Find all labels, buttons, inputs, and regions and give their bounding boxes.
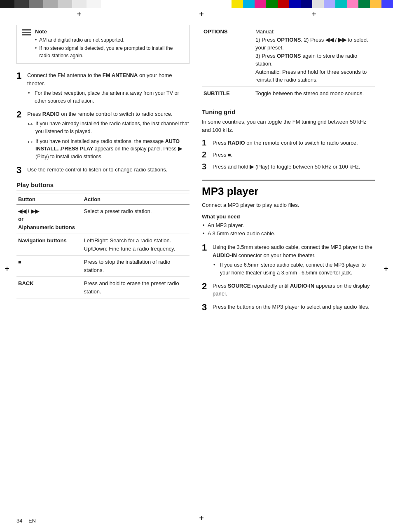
note-item: •AM and digital radio are not supported. xyxy=(35,36,184,44)
mp3-step-number: 1 xyxy=(202,243,209,252)
note-icon xyxy=(22,29,31,35)
page-footer: 34 EN xyxy=(16,518,36,524)
mp3-sub-bullet: •If you use 6.5mm stereo audio cable, co… xyxy=(213,261,375,277)
tuning-grid-title: Tuning grid xyxy=(202,108,375,115)
mp3-step: 3Press the buttons on the MP3 player to … xyxy=(202,303,375,312)
mp3-step-content: Press the buttons on the MP3 player to s… xyxy=(213,303,370,311)
bullet-dot: • xyxy=(28,89,32,105)
right-column: OPTIONSManual:1) Press OPTIONS. 2) Press… xyxy=(202,25,375,317)
step-content: Use the remote control to listen or to c… xyxy=(27,166,167,174)
step-number: 1 xyxy=(16,71,24,80)
play-buttons-title: Play buttons xyxy=(16,181,189,188)
action-cell: Select a preset radio station. xyxy=(82,204,189,234)
note-item-text: AM and digital radio are not supported. xyxy=(39,36,124,44)
mp3-step-number: 3 xyxy=(202,303,209,312)
options-row: SUBTITLEToggle between the stereo and mo… xyxy=(202,87,375,100)
play-buttons-divider xyxy=(16,190,189,190)
step: 3Use the remote control to listen or to … xyxy=(16,166,189,175)
options-table-body: OPTIONSManual:1) Press OPTIONS. 2) Press… xyxy=(202,25,375,100)
right-color-bars xyxy=(232,0,393,8)
arrow-text: If you have already installed the radio … xyxy=(35,120,189,136)
mp3-step-number: 2 xyxy=(202,282,209,291)
buttons-table: Button Action ◀◀ / ▶▶orAlphanumeric butt… xyxy=(16,194,189,299)
bullet-dot: • xyxy=(213,261,218,277)
reg-mark-left xyxy=(2,264,12,274)
mp3-step-content: Press SOURCE repeatedly until AUDIO-IN a… xyxy=(213,282,375,298)
mp3-step: 2Press SOURCE repeatedly until AUDIO-IN … xyxy=(202,282,375,298)
mp3-step: 1Using the 3.5mm stereo audio cable, con… xyxy=(202,243,375,277)
option-value: Toggle between the stereo and mono sound… xyxy=(254,87,375,100)
tuning-step: 3Press and hold ▶ (Play) to toggle betwe… xyxy=(202,162,375,171)
arrow-text: If you have not installed any radio stat… xyxy=(35,138,189,161)
step-content: Press RADIO on the remote control to swi… xyxy=(27,110,189,161)
page-number: 34 xyxy=(16,518,22,524)
left-steps: 1Connect the FM antenna to the FM ANTENN… xyxy=(16,71,189,175)
tuning-step-content: Press and hold ▶ (Play) to toggle betwee… xyxy=(213,162,360,171)
tuning-step-content: Press ■. xyxy=(213,150,232,159)
table-row: BACKPress and hold to erase the preset r… xyxy=(16,277,189,298)
option-key: OPTIONS xyxy=(202,25,254,87)
left-color-bars xyxy=(0,0,115,8)
arrow-icon: ↦ xyxy=(28,120,33,136)
tuning-step: 1Press RADIO on the remote control to sw… xyxy=(202,138,375,148)
col-btn-header: Button xyxy=(16,194,82,204)
option-key: SUBTITLE xyxy=(202,87,254,100)
note-text: •AM and digital radio are not supported.… xyxy=(35,36,184,59)
note-item-text: If no stereo signal is detected, you are… xyxy=(39,45,184,59)
option-value: Manual:1) Press OPTIONS. 2) Press ◀◀ / ▶… xyxy=(254,25,375,87)
button-cell: ■ xyxy=(16,255,82,277)
tuning-steps: 1Press RADIO on the remote control to sw… xyxy=(202,138,375,171)
buttons-table-header: Button Action xyxy=(16,194,189,204)
bullet: • xyxy=(35,36,37,44)
button-cell: Navigation buttons xyxy=(16,234,82,255)
need-list: An MP3 player.A 3.5mm stereo audio cable… xyxy=(202,221,375,239)
tuning-step-number: 1 xyxy=(202,138,208,148)
step-content: Connect the FM antenna to the FM ANTENNA… xyxy=(27,71,189,105)
action-cell: Left/Right: Search for a radio station.U… xyxy=(82,234,189,255)
sub-bullet: •For the best reception, place the anten… xyxy=(28,89,189,105)
table-row: ■Press to stop the installation of radio… xyxy=(16,255,189,277)
tuning-grid-desc: In some countries, you can toggle the FM… xyxy=(202,118,375,134)
step-number: 3 xyxy=(16,166,24,175)
tuning-step: 2Press ■. xyxy=(202,150,375,159)
left-column: Note •AM and digital radio are not suppo… xyxy=(16,25,189,317)
reg-mark-top-left xyxy=(74,9,84,19)
what-you-need-label: What you need xyxy=(202,213,375,220)
step: 2Press RADIO on the remote control to sw… xyxy=(16,110,189,161)
mp3-player-desc: Connect a MP3 player to play audio files… xyxy=(202,201,375,209)
buttons-table-body: ◀◀ / ▶▶orAlphanumeric buttonsSelect a pr… xyxy=(16,204,189,298)
note-item: •If no stereo signal is detected, you ar… xyxy=(35,45,184,59)
color-bars-container xyxy=(0,0,393,8)
bullet-text: For the best reception, place the antenn… xyxy=(35,89,189,105)
tuning-step-number: 2 xyxy=(202,150,208,159)
step: 1Connect the FM antenna to the FM ANTENN… xyxy=(16,71,189,105)
col-action-header: Action xyxy=(82,194,189,204)
mp3-steps: 1Using the 3.5mm stereo audio cable, con… xyxy=(202,243,375,312)
reg-mark-bottom-center xyxy=(196,513,206,523)
note-content: Note •AM and digital radio are not suppo… xyxy=(35,28,184,60)
button-cell: BACK xyxy=(16,277,82,298)
need-item: An MP3 player. xyxy=(202,221,375,230)
need-item: A 3.5mm stereo audio cable. xyxy=(202,230,375,238)
step-number: 2 xyxy=(16,110,24,119)
options-table: OPTIONSManual:1) Press OPTIONS. 2) Press… xyxy=(202,25,375,100)
bullet: • xyxy=(35,45,37,59)
action-cell: Press to stop the installation of radio … xyxy=(82,255,189,277)
action-cell: Press and hold to erase the preset radio… xyxy=(82,277,189,298)
tuning-grid-section: Tuning grid In some countries, you can t… xyxy=(202,108,375,171)
bullet-text: If you use 6.5mm stereo audio cable, con… xyxy=(220,261,375,277)
arrow-bullet: ↦If you have already installed the radio… xyxy=(28,120,189,136)
note-box: Note •AM and digital radio are not suppo… xyxy=(16,25,189,64)
table-row: ◀◀ / ▶▶orAlphanumeric buttonsSelect a pr… xyxy=(16,204,189,234)
note-label: Note xyxy=(35,28,184,35)
reg-mark-top-center xyxy=(196,9,206,19)
arrow-icon: ↦ xyxy=(28,138,33,161)
button-cell: ◀◀ / ▶▶orAlphanumeric buttons xyxy=(16,204,82,234)
tuning-step-content: Press RADIO on the remote control to swi… xyxy=(213,138,358,147)
table-row: Navigation buttonsLeft/Right: Search for… xyxy=(16,234,189,255)
mp3-step-content: Using the 3.5mm stereo audio cable, conn… xyxy=(213,243,375,277)
mp3-player-title: MP3 player xyxy=(202,185,375,198)
mp3-player-section: MP3 player Connect a MP3 player to play … xyxy=(202,180,375,312)
reg-mark-top-right xyxy=(309,9,319,19)
main-content: Note •AM and digital radio are not suppo… xyxy=(0,16,393,325)
